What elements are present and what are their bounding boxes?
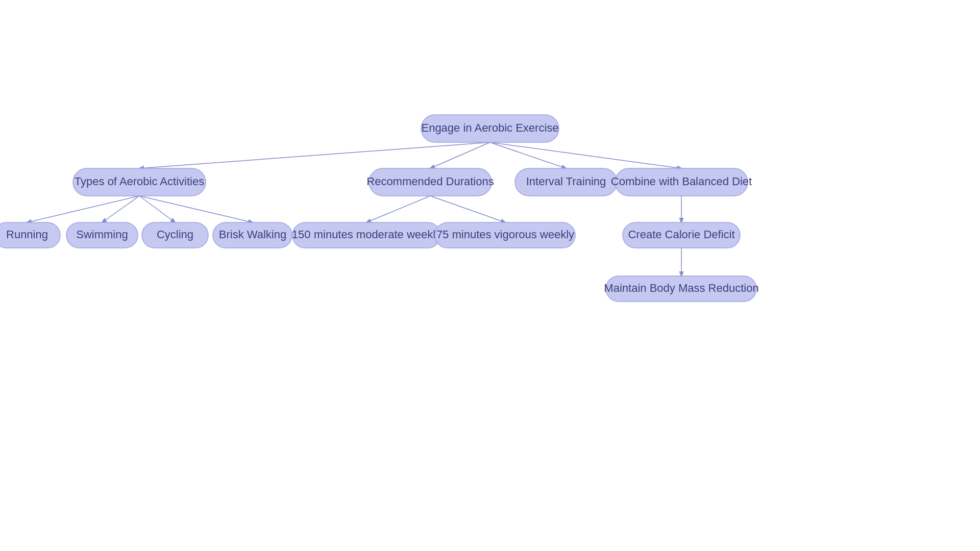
edge-durations-vig75: [430, 196, 505, 222]
node-types-label: Types of Aerobic Activities: [75, 175, 204, 188]
node-maintain: Maintain Body Mass Reduction: [604, 276, 758, 302]
node-interval: Interval Training: [515, 168, 617, 196]
edge-types-brisk: [139, 196, 253, 222]
node-maintain-label: Maintain Body Mass Reduction: [604, 282, 758, 294]
node-vig75: 75 minutes vigorous weekly: [435, 222, 575, 248]
node-vig75-label: 75 minutes vigorous weekly: [436, 228, 574, 241]
node-mod150-label: 150 minutes moderate weekly: [292, 228, 441, 241]
node-types: Types of Aerobic Activities: [73, 168, 206, 196]
node-cycling-label: Cycling: [157, 228, 193, 241]
edge-root-types: [139, 142, 490, 168]
node-balanced: Combine with Balanced Diet: [611, 168, 752, 196]
node-mod150: 150 minutes moderate weekly: [292, 222, 441, 248]
edge-root-interval: [490, 142, 566, 168]
node-interval-label: Interval Training: [526, 175, 606, 188]
node-running-label: Running: [6, 228, 48, 241]
node-brisk: Brisk Walking: [213, 222, 292, 248]
node-root-label: Engage in Aerobic Exercise: [421, 121, 558, 134]
mind-map-diagram: Engage in Aerobic Exercise Types of Aero…: [0, 0, 980, 551]
node-root: Engage in Aerobic Exercise: [421, 115, 559, 142]
node-running: Running: [0, 222, 60, 248]
edge-types-swimming: [102, 196, 139, 222]
node-calorie: Create Calorie Deficit: [623, 222, 740, 248]
node-durations-label: Recommended Durations: [366, 175, 494, 188]
node-durations: Recommended Durations: [366, 168, 494, 196]
edge-root-balanced: [490, 142, 681, 168]
edge-types-running: [27, 196, 139, 222]
node-balanced-label: Combine with Balanced Diet: [611, 175, 752, 188]
node-brisk-label: Brisk Walking: [219, 228, 286, 241]
node-swimming-label: Swimming: [76, 228, 128, 241]
node-swimming: Swimming: [66, 222, 138, 248]
edge-durations-mod150: [366, 196, 430, 222]
node-calorie-label: Create Calorie Deficit: [628, 228, 734, 241]
node-cycling: Cycling: [142, 222, 208, 248]
